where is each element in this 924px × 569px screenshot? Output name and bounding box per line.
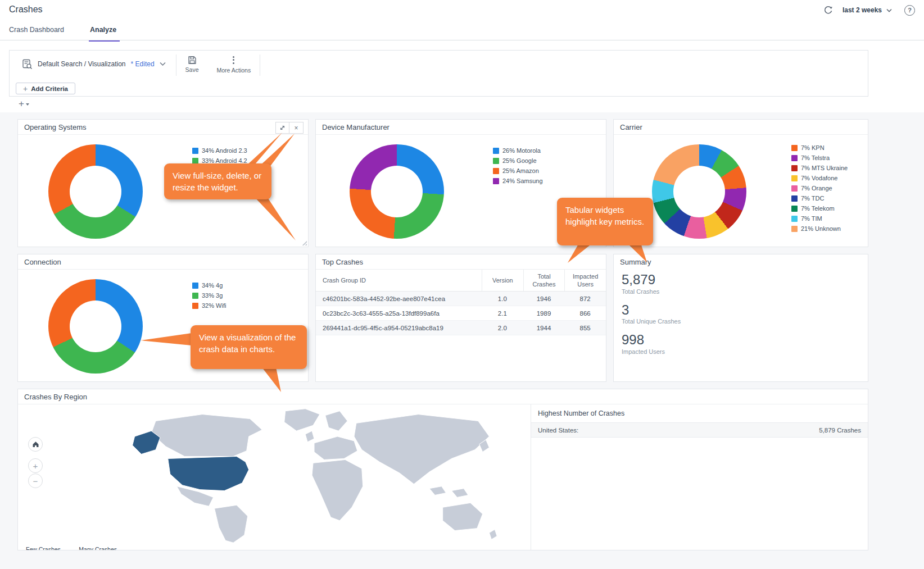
save-button[interactable]: Save [176, 53, 208, 75]
table-body: c46201bc-583a-4452-92be-aee807e41cea1.01… [316, 292, 606, 335]
table-cell: 1989 [523, 310, 565, 317]
metric-value: 998 [622, 332, 860, 348]
metric-label: Impacted Users [622, 348, 860, 355]
tab-bar: Crash Dashboard Analyze [9, 26, 116, 42]
table-cell: 1944 [523, 325, 565, 331]
column-header[interactable]: Crash Group ID [316, 270, 482, 291]
column-header[interactable]: Impacted Users [564, 270, 606, 291]
plus-icon: + [33, 461, 38, 471]
legend-swatch [192, 148, 198, 154]
legend-item: 7% TIM [791, 213, 848, 224]
region-list-item: United States: 5,879 Crashes [531, 422, 868, 438]
legend-swatch [791, 206, 798, 212]
chart-legend: 34% Android 2.333% Android 4.2 [192, 145, 247, 166]
legend-item: 34% Android 2.3 [192, 145, 247, 156]
resize-handle[interactable] [301, 240, 307, 245]
summary-metric: 5,879Total Crashes [622, 272, 860, 295]
table-row[interactable]: 269441a1-dc95-4f5c-a954-05219abc8a192.01… [316, 321, 606, 335]
legend-item: 7% Telekom [791, 203, 848, 213]
southeast-asia-shape [429, 486, 446, 495]
saved-search-dropdown[interactable]: Default Search / Visualization * Edited [10, 59, 176, 70]
table-row[interactable]: c46201bc-583a-4452-92be-aee807e41cea1.01… [316, 292, 606, 306]
asia-shape [354, 415, 490, 484]
south-america-shape [215, 505, 248, 543]
table-cell: 1946 [523, 295, 565, 302]
crashes-map[interactable]: + − Few Crashes Many Crashes [18, 404, 531, 550]
africa-shape [312, 459, 363, 520]
widget-title: Connection [24, 258, 61, 266]
legend-label: 7% TIM [801, 215, 822, 222]
region-name: United States: [538, 427, 578, 434]
time-range-dropdown[interactable]: last 2 weeks [843, 6, 892, 14]
tutorial-callout-tabular-widgets: Tabular widgets highlight key metrics. [557, 198, 653, 245]
legend-label: 25% Google [502, 157, 537, 164]
legend-item: 21% Unknown [791, 224, 848, 234]
edited-flag: * Edited [131, 60, 155, 68]
legend-swatch [192, 283, 198, 289]
legend-label: 7% Vodafone [801, 175, 837, 181]
column-header[interactable]: Version [482, 270, 523, 291]
operating-systems-donut-chart [48, 144, 143, 239]
refresh-button[interactable] [822, 4, 835, 16]
new-zealand-shape [489, 530, 497, 540]
close-widget-button[interactable]: × [289, 122, 304, 134]
legend-swatch [493, 148, 499, 154]
legend-swatch [493, 178, 499, 184]
metric-label: Total Unique Crashes [622, 318, 860, 325]
world-map[interactable] [119, 407, 507, 544]
legend-swatch [791, 226, 798, 232]
legend-item: 25% Amazon [493, 166, 543, 176]
summary-metric: 3Total Unique Crashes [622, 302, 860, 325]
widget-crashes-by-region: Crashes By Region [17, 389, 868, 550]
scandinavia-shape [325, 411, 347, 431]
add-widget-button[interactable]: + [19, 99, 29, 108]
plus-icon: + [23, 85, 28, 93]
widget-title: Crashes By Region [24, 393, 87, 401]
caret-down-icon [26, 103, 29, 106]
widget-title: Top Crashes [322, 258, 363, 266]
chart-legend: 26% Motorola25% Google25% Amazon24% Sams… [493, 145, 543, 186]
table-cell: 872 [564, 295, 606, 302]
legend-label: 7% Orange [801, 185, 832, 192]
widget-summary: Summary 5,879Total Crashes3Total Unique … [613, 254, 868, 382]
table-row[interactable]: 0c23bc2c-3c63-4555-a25a-13fdf899a6fa2.11… [316, 306, 606, 321]
legend-label: 7% Telstra [801, 154, 830, 161]
saved-search-label: Default Search / Visualization [38, 60, 126, 68]
us-region-shape[interactable] [168, 456, 249, 490]
crash-group-id-cell: 269441a1-dc95-4f5c-a954-05219abc8a19 [316, 325, 482, 331]
map-zoom-in-button[interactable]: + [28, 458, 43, 473]
greenland-shape [284, 409, 320, 431]
legend-label: 7% MTS Ukraine [801, 165, 848, 171]
summary-metric: 998Impacted Users [622, 332, 860, 355]
legend-low-label: Few Crashes [26, 546, 61, 550]
expand-widget-button[interactable] [275, 122, 289, 134]
device-manufacturer-donut-chart [350, 144, 444, 239]
add-criteria-button[interactable]: + Add Criteria [16, 83, 75, 94]
crash-group-id-cell: c46201bc-583a-4452-92be-aee807e41cea [316, 295, 482, 302]
table-cell: 866 [564, 310, 606, 317]
column-header[interactable]: Total Crashes [523, 270, 565, 291]
header-divider [0, 40, 924, 40]
legend-swatch [493, 168, 499, 174]
table-header-row: Crash Group ID Version Total Crashes Imp… [316, 270, 606, 292]
tab-analyze[interactable]: Analyze [90, 26, 116, 42]
legend-item: 7% KPN [791, 143, 848, 153]
legend-label: 7% KPN [801, 144, 825, 151]
map-zoom-out-button[interactable]: − [28, 474, 43, 488]
more-actions-button[interactable]: More Actions [208, 53, 260, 76]
more-actions-icon [233, 55, 234, 65]
alaska-region-shape[interactable] [133, 431, 160, 454]
legend-swatch [791, 175, 798, 181]
map-home-button[interactable] [28, 437, 43, 452]
table-cell: 1.0 [482, 295, 523, 302]
legend-swatch [493, 158, 499, 164]
help-icon[interactable]: ? [904, 5, 915, 16]
refresh-icon [823, 4, 834, 16]
legend-swatch [791, 195, 798, 202]
legend-label: 25% Amazon [502, 167, 539, 174]
tab-crash-dashboard[interactable]: Crash Dashboard [9, 26, 64, 42]
chevron-down-icon [160, 62, 166, 66]
metric-label: Total Crashes [622, 288, 860, 295]
page-title: Crashes [9, 4, 43, 15]
legend-high-label: Many Crashes [79, 546, 117, 550]
